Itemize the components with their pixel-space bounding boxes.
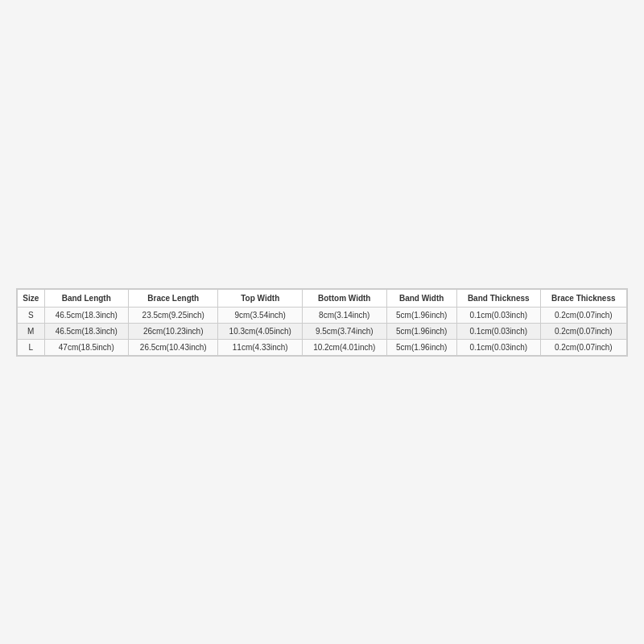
cell-band-thickness: 0.1cm(0.03inch) [456, 339, 540, 355]
header-bottom-width: Bottom Width [303, 289, 387, 307]
cell-top-width: 10.3cm(4.05inch) [218, 323, 303, 339]
table-row: S46.5cm(18.3inch)23.5cm(9.25inch)9cm(3.5… [18, 307, 627, 323]
header-size: Size [18, 289, 45, 307]
header-band-thickness: Band Thickness [456, 289, 540, 307]
page-wrapper: Size Band Length Brace Length Top Width … [0, 0, 644, 644]
cell-size: L [18, 339, 45, 355]
cell-band-thickness: 0.1cm(0.03inch) [456, 323, 540, 339]
cell-brace-length: 23.5cm(9.25inch) [129, 307, 218, 323]
table-row: M46.5cm(18.3inch)26cm(10.23inch)10.3cm(4… [18, 323, 627, 339]
cell-band-length: 46.5cm(18.3inch) [44, 323, 129, 339]
cell-band-length: 46.5cm(18.3inch) [44, 307, 129, 323]
cell-band-width: 5cm(1.96inch) [386, 307, 456, 323]
cell-brace-length: 26cm(10.23inch) [129, 323, 218, 339]
header-brace-thickness: Brace Thickness [540, 289, 626, 307]
header-top-width: Top Width [218, 289, 303, 307]
table-container: Size Band Length Brace Length Top Width … [16, 288, 628, 357]
cell-top-width: 11cm(4.33inch) [218, 339, 303, 355]
cell-brace-thickness: 0.2cm(0.07inch) [540, 307, 626, 323]
table-header-row: Size Band Length Brace Length Top Width … [18, 289, 627, 307]
cell-band-thickness: 0.1cm(0.03inch) [456, 307, 540, 323]
size-chart-table: Size Band Length Brace Length Top Width … [17, 289, 627, 356]
cell-brace-length: 26.5cm(10.43inch) [129, 339, 218, 355]
header-band-width: Band Width [386, 289, 456, 307]
cell-size: M [18, 323, 45, 339]
cell-bottom-width: 9.5cm(3.74inch) [303, 323, 387, 339]
cell-band-length: 47cm(18.5inch) [44, 339, 129, 355]
cell-size: S [18, 307, 45, 323]
header-band-length: Band Length [44, 289, 129, 307]
cell-brace-thickness: 0.2cm(0.07inch) [540, 323, 626, 339]
cell-bottom-width: 10.2cm(4.01inch) [303, 339, 387, 355]
cell-band-width: 5cm(1.96inch) [386, 323, 456, 339]
cell-brace-thickness: 0.2cm(0.07inch) [540, 339, 626, 355]
cell-band-width: 5cm(1.96inch) [386, 339, 456, 355]
header-brace-length: Brace Length [129, 289, 218, 307]
table-row: L47cm(18.5inch)26.5cm(10.43inch)11cm(4.3… [18, 339, 627, 355]
cell-bottom-width: 8cm(3.14inch) [303, 307, 387, 323]
cell-top-width: 9cm(3.54inch) [218, 307, 303, 323]
